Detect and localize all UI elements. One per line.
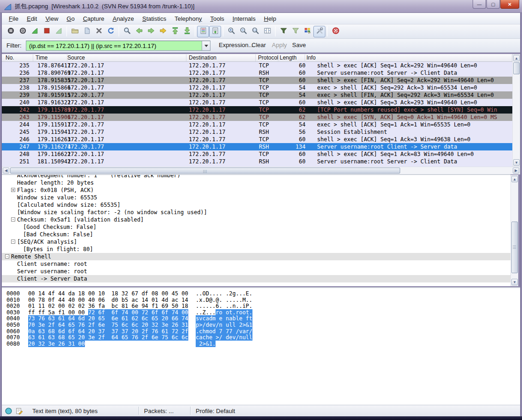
menu-telephony[interactable]: Telephony <box>170 14 206 24</box>
packet-row[interactable]: 239178.915915172.20.1.77172.20.1.17TCP54… <box>2 91 512 99</box>
vscroll-thumb[interactable] <box>513 62 520 74</box>
find-packet-button[interactable] <box>121 26 133 37</box>
detail-line[interactable]: [Bytes in flight: 80] <box>2 246 510 253</box>
column-header-protocol[interactable]: Protocol <box>258 54 278 61</box>
detail-line[interactable]: -[SEQ/ACK analysis] <box>2 238 510 246</box>
menu-statistics[interactable]: Statistics <box>138 14 170 24</box>
zoom-normal-button[interactable]: 1:1 <box>249 26 261 37</box>
go-to-bottom-button[interactable] <box>181 26 193 37</box>
hex-line[interactable]: 004073 76 63 61 64 6d 20 65 6e 61 62 6c … <box>2 315 520 322</box>
go-to-top-button[interactable] <box>169 26 181 37</box>
start-capture-button[interactable] <box>29 26 41 37</box>
go-back-button[interactable] <box>133 26 145 37</box>
hex-line[interactable]: 000000 14 4f 44 da 18 00 10 18 32 67 df … <box>2 290 520 297</box>
detail-line[interactable]: +Flags: 0x018 (PSH, ACK) <box>2 186 510 194</box>
vscroll-thumb[interactable]: ||| <box>511 222 518 273</box>
capture-filters-button[interactable] <box>277 26 289 37</box>
title-bar[interactable]: 抓包.pcapng [Wireshark 1.10.2 (SVN Rev 519… <box>0 0 522 13</box>
menu-file[interactable]: File <box>5 14 23 24</box>
detail-line[interactable]: [Good Checksum: False] <box>2 223 510 231</box>
column-header-length[interactable]: Length <box>280 54 305 61</box>
hex-line[interactable]: 008020 32 3e 26 31 00 2>&1. <box>2 341 520 347</box>
menu-capture[interactable]: Capture <box>79 14 108 24</box>
column-header-time[interactable]: Time <box>36 54 67 61</box>
detail-line[interactable]: [Calculated window size: 65535] <box>2 201 510 209</box>
menu-internals[interactable]: Internals <box>228 14 260 24</box>
status-profile[interactable]: Profile: Default <box>191 407 240 415</box>
save-file-button[interactable] <box>81 26 93 37</box>
expand-icon[interactable]: + <box>11 188 15 192</box>
packet-row[interactable]: 243179.115906172.20.1.17172.20.1.77TCP62… <box>2 114 512 121</box>
go-to-packet-button[interactable] <box>157 26 169 37</box>
list-interfaces-button[interactable] <box>5 26 17 37</box>
filter-input[interactable]: (ip.dst == 172.20.1.17) || (ip.src == 17… <box>26 41 210 51</box>
hscroll-thumb[interactable]: ||| <box>10 168 400 174</box>
expression-button[interactable]: Expression... <box>219 42 253 48</box>
go-forward-button[interactable] <box>145 26 157 37</box>
expert-info-icon[interactable] <box>5 407 12 415</box>
hex-line[interactable]: 007063 61 63 68 65 20 3e 2f 64 65 76 2f … <box>2 334 520 341</box>
packet-row[interactable]: 235178.876417172.20.1.17172.20.1.77TCP60… <box>2 62 512 69</box>
zoom-out-button[interactable] <box>237 26 249 37</box>
column-header-destination[interactable]: Destination <box>189 54 256 61</box>
restart-capture-button[interactable] <box>53 26 65 37</box>
packet-list-vscrollbar[interactable]: ▲ ▼ <box>512 54 520 167</box>
scroll-right-icon[interactable]: ▶ <box>513 168 519 174</box>
column-header-no[interactable]: No. <box>6 54 33 61</box>
packet-row[interactable]: 238178.915866172.20.1.77172.20.1.17TCP54… <box>2 84 512 91</box>
packet-row[interactable]: 246179.116263172.20.1.17172.20.1.77TCP60… <box>2 136 512 143</box>
preferences-button[interactable] <box>313 26 325 37</box>
scroll-up-icon[interactable]: ▲ <box>511 176 518 182</box>
scroll-up-icon[interactable]: ▲ <box>513 55 520 61</box>
hex-line[interactable]: 0030ff ff 5a f1 00 00 72 6f 6f 74 00 72 … <box>2 309 520 316</box>
packet-row[interactable]: 245179.115941172.20.1.77172.20.1.17RSH56… <box>2 128 512 136</box>
packet-row[interactable]: 242179.115789172.20.1.77172.20.1.17TCP62… <box>2 106 512 114</box>
detail-line[interactable]: Client -> Server Data <box>2 275 510 282</box>
save-button[interactable]: Save <box>292 42 306 48</box>
collapse-icon[interactable]: - <box>5 254 9 258</box>
column-header-info[interactable]: Info <box>306 54 512 61</box>
hex-line[interactable]: 002001 11 02 00 02 02 36 fa bc 81 6e 94 … <box>2 303 520 309</box>
detail-line[interactable]: [Window size scaling factor: -2 (no wind… <box>2 209 510 216</box>
menu-help[interactable]: Help <box>260 14 281 24</box>
clear-button[interactable]: Clear <box>252 42 266 48</box>
hex-line[interactable]: 00600a 63 68 6d 6f 64 20 37 37 37 20 2f … <box>2 328 520 335</box>
details-vscrollbar[interactable]: ▲ ||| ▼ <box>510 175 518 286</box>
display-filters-button[interactable] <box>289 26 301 37</box>
detail-line[interactable]: Server username: root <box>2 268 510 275</box>
detail-line[interactable]: Header length: 20 bytes <box>2 179 510 186</box>
help-button[interactable] <box>330 26 342 37</box>
menu-view[interactable]: View <box>41 14 62 24</box>
hex-line[interactable]: 001000 78 0f 44 40 00 40 06 d0 b5 ac 14 … <box>2 297 520 303</box>
detail-line[interactable]: -Remote Shell <box>2 253 510 260</box>
zoom-in-button[interactable] <box>225 26 237 37</box>
capture-comment-icon[interactable] <box>15 407 23 415</box>
scroll-down-icon[interactable]: ▼ <box>513 159 520 166</box>
close-file-button[interactable] <box>93 26 105 37</box>
detail-line[interactable]: Window size value: 65535 <box>2 194 510 201</box>
packet-row[interactable]: 251181.150942172.20.1.17172.20.1.77RSH60… <box>2 158 512 165</box>
capture-options-button[interactable] <box>17 26 29 37</box>
packet-row[interactable]: 237178.915835172.20.1.17172.20.1.77TCP60… <box>2 77 512 84</box>
packet-row[interactable]: 247179.116274172.20.1.77172.20.1.17RSH13… <box>2 143 512 150</box>
detail-line[interactable]: -Checksum: 0x5af1 [validation disabled] <box>2 216 510 223</box>
collapse-icon[interactable]: - <box>11 217 15 222</box>
auto-scroll-button[interactable] <box>209 26 221 37</box>
packet-row[interactable]: 236178.890769172.20.1.17172.20.1.77RSH60… <box>2 69 512 77</box>
open-file-button[interactable] <box>69 26 81 37</box>
scroll-left-icon[interactable]: ◀ <box>3 168 9 174</box>
packet-list-hscrollbar[interactable]: ◀ ||| ▶ <box>2 167 520 174</box>
coloring-rules-button[interactable] <box>301 26 313 37</box>
menu-tools[interactable]: Tools <box>206 14 228 24</box>
resize-columns-button[interactable] <box>261 26 273 37</box>
detail-line[interactable]: Client username: root <box>2 260 510 268</box>
reload-button[interactable] <box>105 26 117 37</box>
filter-dropdown-button[interactable] <box>202 41 210 50</box>
packet-row[interactable]: 248179.116622172.20.1.17172.20.1.77TCP60… <box>2 150 512 158</box>
detail-line[interactable]: Acknowledgment number: 1 (relative ack n… <box>2 174 510 179</box>
menu-edit[interactable]: Edit <box>23 14 41 24</box>
maximize-button[interactable]: ▢ <box>486 0 500 9</box>
colorize-button[interactable] <box>197 26 209 37</box>
stop-capture-button[interactable] <box>41 26 53 37</box>
packet-row[interactable]: 244179.115917172.20.1.77172.20.1.17TCP54… <box>2 121 512 128</box>
